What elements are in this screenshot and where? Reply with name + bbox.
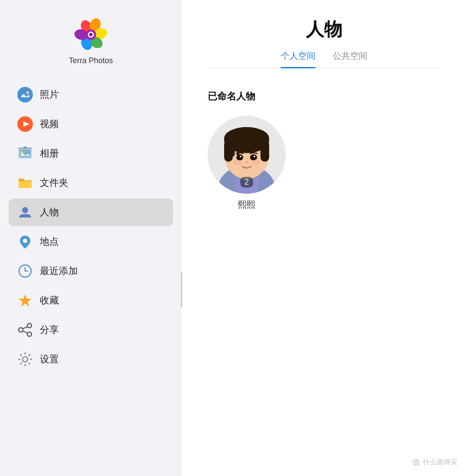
- svg-line-37: [29, 363, 30, 364]
- recent-label: 最近添加: [40, 265, 78, 278]
- person-name-xixi: 熙熙: [238, 199, 255, 211]
- favorite-label: 收藏: [40, 294, 59, 307]
- tab-personal[interactable]: 个人空间: [281, 50, 315, 68]
- share-icon: [17, 322, 33, 338]
- svg-point-27: [19, 328, 23, 332]
- svg-line-36: [20, 355, 22, 356]
- location-icon: [17, 234, 33, 249]
- folder-icon: [17, 175, 33, 191]
- nav-list: 照片 视频: [0, 81, 182, 375]
- svg-point-9: [17, 87, 33, 102]
- sidebar-item-video[interactable]: 视频: [9, 110, 173, 138]
- svg-rect-16: [23, 147, 27, 148]
- app-logo-icon: [74, 17, 108, 52]
- svg-line-38: [29, 355, 30, 356]
- svg-point-52: [254, 156, 255, 157]
- svg-point-53: [244, 161, 249, 163]
- sidebar-item-folder[interactable]: 文件夹: [9, 169, 173, 197]
- recent-icon: [17, 263, 33, 279]
- svg-point-19: [23, 239, 27, 243]
- svg-point-54: [233, 160, 241, 166]
- share-label: 分享: [40, 323, 59, 336]
- named-section: 已命名人物: [208, 90, 440, 211]
- tab-public[interactable]: 公共空间: [333, 50, 367, 68]
- sidebar-item-share[interactable]: 分享: [9, 316, 173, 344]
- persons-icon: [17, 204, 33, 220]
- svg-line-39: [20, 363, 22, 364]
- svg-point-10: [26, 91, 29, 94]
- sidebar: Terra Photos 照片: [0, 0, 182, 476]
- photos-label: 照片: [40, 88, 59, 101]
- video-label: 视频: [40, 118, 59, 131]
- sidebar-item-favorite[interactable]: 收藏: [9, 287, 173, 314]
- main-content: 人物 个人空间 公共空间 已命名人物: [182, 0, 466, 476]
- page-title: 人物: [208, 17, 440, 42]
- app-name-label: Terra Photos: [69, 56, 113, 65]
- photos-icon: [17, 87, 33, 102]
- person-item-xixi[interactable]: 2 熙熙: [208, 116, 286, 211]
- svg-marker-25: [19, 294, 32, 307]
- scroll-indicator: [181, 272, 182, 307]
- svg-point-28: [27, 332, 32, 336]
- location-label: 地点: [40, 235, 59, 248]
- named-section-title: 已命名人物: [208, 90, 440, 103]
- settings-label: 设置: [40, 353, 59, 366]
- tabs-row: 个人空间 公共空间: [208, 50, 440, 68]
- logo-area: Terra Photos: [69, 17, 113, 65]
- sidebar-item-settings[interactable]: 设置: [9, 345, 173, 373]
- album-icon: [17, 146, 33, 161]
- svg-point-55: [252, 160, 260, 166]
- watermark-icon: 值: [412, 457, 420, 467]
- sidebar-item-photos[interactable]: 照片: [9, 81, 173, 109]
- folder-label: 文件夹: [40, 176, 68, 189]
- svg-point-49: [236, 154, 243, 160]
- album-label: 相册: [40, 147, 59, 160]
- svg-line-29: [23, 327, 27, 329]
- sidebar-item-recent[interactable]: 最近添加: [9, 257, 173, 285]
- video-icon: [17, 116, 33, 132]
- svg-point-31: [22, 357, 28, 362]
- svg-point-51: [240, 156, 241, 157]
- sidebar-item-album[interactable]: 相册: [9, 140, 173, 167]
- watermark-text: 什么值得买: [423, 458, 457, 467]
- svg-line-30: [23, 331, 27, 333]
- svg-point-18: [22, 207, 28, 213]
- svg-point-26: [27, 323, 32, 328]
- settings-icon: [17, 351, 33, 367]
- sidebar-item-location[interactable]: 地点: [9, 228, 173, 256]
- favorite-icon: [17, 293, 33, 308]
- watermark: 值 什么值得买: [412, 457, 457, 467]
- person-avatar-xixi: 2: [208, 116, 286, 194]
- svg-point-8: [89, 33, 93, 36]
- sidebar-item-persons[interactable]: 人物: [9, 198, 173, 226]
- person-count-badge: 2: [240, 177, 253, 188]
- svg-point-50: [250, 154, 257, 160]
- persons-label: 人物: [40, 206, 59, 219]
- persons-grid: 2 熙熙: [208, 116, 440, 211]
